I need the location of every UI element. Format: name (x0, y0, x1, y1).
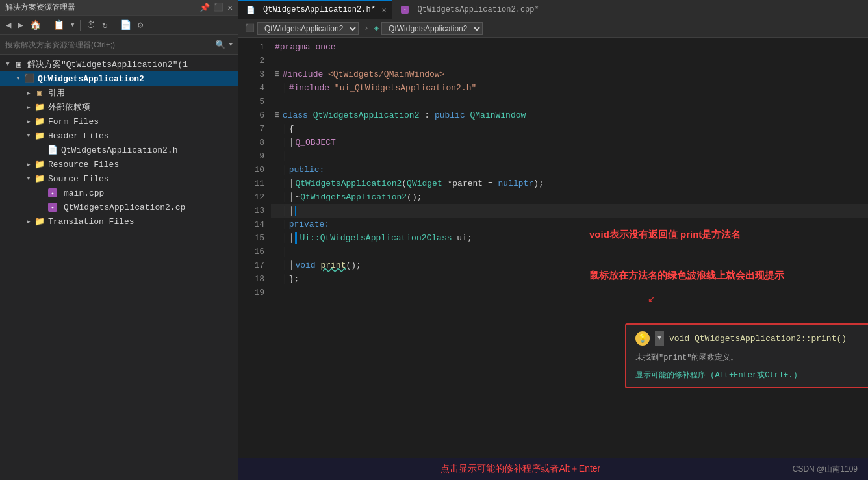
external-label: 外部依赖项 (48, 101, 90, 113)
tree-item-translation-files[interactable]: ▶ 📁 Translation Files (0, 214, 238, 229)
tab-h-icon: 📄 (245, 5, 257, 14)
pin-icon[interactable]: 📌 (199, 3, 210, 13)
header-files-folder-icon: 📁 (34, 131, 45, 140)
search-input[interactable] (5, 40, 211, 49)
project-node[interactable]: ▼ ⬛ QtWidgetsApplication2 (0, 71, 238, 86)
tree-item-app-cpp[interactable]: ▶ ✦ QtWidgetsApplication2.cp (0, 200, 238, 214)
code-content[interactable]: #pragma once ⊟#include <QtWidgets/QMainW… (271, 38, 868, 458)
tree-item-app-h[interactable]: ▶ 📄 QtWidgetsApplication2.h (0, 143, 238, 157)
solution-label: 解决方案"QtWidgetsApplication2"(1 (27, 58, 188, 70)
tooltip-header: 💡 ▼ void QtWidgetsApplication2::print() (635, 331, 868, 346)
code-line-4: ⊟ │ #include "ui_QtWidgetsApplication2.h… (271, 81, 868, 95)
settings-icon[interactable]: ⚙ (136, 18, 145, 32)
include1-path: <QtWidgets/QMainWindow> (328, 68, 444, 81)
search-options-icon[interactable]: ▼ (229, 42, 233, 48)
home-icon[interactable]: 🏠 (28, 18, 43, 32)
search-icon[interactable]: 🔍 (215, 40, 225, 50)
dtor-name: QtWidgetsApplication2 (300, 190, 407, 204)
change-indicator-15 (295, 232, 297, 244)
resource-files-label: Resource Files (48, 160, 119, 170)
header-files-arrow: ▼ (23, 133, 34, 139)
refresh-icon[interactable]: ↻ (100, 18, 109, 32)
tree-item-external[interactable]: ▶ 📁 外部依赖项 (0, 100, 238, 114)
code-line-19 (271, 286, 868, 299)
breadcrumb-symbol-select[interactable]: QtWidgetsApplication2 (381, 22, 483, 35)
breadcrumb-project-select[interactable]: QtWidgetsApplication2 (257, 22, 359, 35)
code-line-12: ⊟ │ │ ~QtWidgetsApplication2(); (271, 190, 868, 204)
close-sidebar-icon[interactable]: ✕ (227, 3, 233, 13)
qwidget: QWidget (407, 177, 442, 190)
code-line-1: #pragma once (271, 40, 868, 54)
app-cpp-label: QtWidgetsApplication2.cp (64, 203, 185, 212)
translation-files-label: Translation Files (48, 217, 134, 227)
line-num-16: 16 (238, 245, 264, 259)
line-num-11: 11 (238, 177, 264, 190)
code-line-13: ⊟ │ │ (271, 204, 868, 218)
bottom-annotation-bar: 点击显示可能的修补程序或者Alt＋Enter CSDN @山南1109 (238, 458, 868, 480)
line-num-7: 7 (238, 122, 264, 136)
code-line-8: ⊟ │ │ Q_OBJECT (271, 136, 868, 149)
tooltip-link[interactable]: 显示可能的修补程序 (Alt+Enter或Ctrl+.) (635, 371, 798, 380)
tree-item-references[interactable]: ▶ ▣ 引用 (0, 86, 238, 100)
breadcrumb-project[interactable]: ⬛ QtWidgetsApplication2 (245, 22, 359, 35)
fold-icon-6[interactable]: ⊟ (275, 108, 280, 122)
translation-files-arrow: ▶ (23, 218, 34, 225)
properties-icon[interactable]: ⏱ (84, 19, 97, 32)
pragma-token: #pragma once (275, 40, 336, 54)
cursor (295, 206, 296, 216)
sidebar-toolbar: ◀ ▶ 🏠 📋 ▼ ⏱ ↻ 📄 ⚙ (0, 16, 238, 35)
show-all-files-icon[interactable]: 📄 (118, 18, 133, 32)
line-num-6: 6 (238, 108, 264, 122)
line-num-18: 18 (238, 272, 264, 286)
bulb-dropdown[interactable]: ▼ (655, 331, 664, 346)
tooltip-popup[interactable]: 💡 ▼ void QtWidgetsApplication2::print() … (625, 323, 868, 388)
tree-item-form-files[interactable]: ▶ 📁 Form Files (0, 114, 238, 129)
print-func: print (320, 259, 346, 272)
breadcrumb-symbol[interactable]: ◈ QtWidgetsApplication2 (374, 22, 483, 35)
line-num-15: 15 (238, 231, 264, 245)
tab-h-close[interactable]: ✕ (382, 6, 387, 14)
tab-cpp[interactable]: ✦ QtWidgetsApplication2.cpp* (392, 0, 545, 19)
new-solution-icon[interactable]: 📋 (51, 18, 66, 32)
fold-icon-3[interactable]: ⊟ (275, 68, 280, 81)
header-files-label: Header Files (48, 131, 109, 141)
include2-macro: #include (289, 81, 335, 95)
tree-item-source-files[interactable]: ▼ 📁 Source Files (0, 171, 238, 186)
parent-class: QMainWindow (470, 108, 526, 122)
code-editor[interactable]: 1 2 3 4 5 6 7 8 9 10 11 12 13 14 15 16 1… (238, 38, 868, 458)
forward-icon[interactable]: ▶ (16, 18, 25, 32)
public-kw: public (435, 108, 470, 122)
sidebar-header: 解决方案资源管理器 📌 ⬛ ✕ (0, 0, 238, 16)
ui-class: Ui::QtWidgetsApplication2Class (300, 231, 452, 245)
bulb-icon: 💡 (635, 331, 650, 346)
dropdown-icon[interactable]: ▼ (69, 21, 76, 30)
class-kw: class (283, 108, 313, 122)
source-files-label: Source Files (48, 174, 109, 184)
include1-macro: #include (283, 68, 328, 81)
separator2 (80, 20, 81, 31)
separator1 (47, 20, 47, 31)
line-num-4: 4 (238, 81, 264, 95)
tree-item-main-cpp[interactable]: ▶ ✦ main.cpp (0, 186, 238, 200)
pin-horizontal-icon[interactable]: ⬛ (214, 3, 223, 13)
include2-path: "ui_QtWidgetsApplication2.h" (335, 81, 476, 95)
tree-item-header-files[interactable]: ▼ 📁 Header Files (0, 129, 238, 143)
nullptr-kw: nullptr (498, 177, 534, 190)
private-kw: private: (289, 218, 329, 231)
editor-area: 📄 QtWidgetsApplication2.h* ✕ ✦ QtWidgets… (238, 0, 868, 480)
external-folder-icon: 📁 (34, 103, 45, 112)
resource-files-folder-icon: 📁 (34, 160, 45, 169)
tree-item-resource-files[interactable]: ▶ 📁 Resource Files (0, 157, 238, 171)
line-num-13: 13 (238, 204, 264, 218)
code-line-16: ⊟ │ (271, 245, 868, 259)
tab-h[interactable]: 📄 QtWidgetsApplication2.h* ✕ (238, 0, 392, 19)
solution-node[interactable]: ▼ ▣ 解决方案"QtWidgetsApplication2"(1 (0, 57, 238, 71)
solution-tree: ▼ ▣ 解决方案"QtWidgetsApplication2"(1 ▼ ⬛ Qt… (0, 55, 238, 480)
back-icon[interactable]: ◀ (4, 18, 13, 32)
cpp-file-icon-app: ✦ (47, 203, 58, 212)
arrow-indicator: ↙ (648, 291, 655, 305)
code-line-5 (271, 95, 868, 108)
tab-cpp-icon: ✦ (399, 5, 411, 14)
code-line-10: ⊟ │ public: (271, 163, 868, 177)
form-files-folder-icon: 📁 (34, 117, 45, 126)
